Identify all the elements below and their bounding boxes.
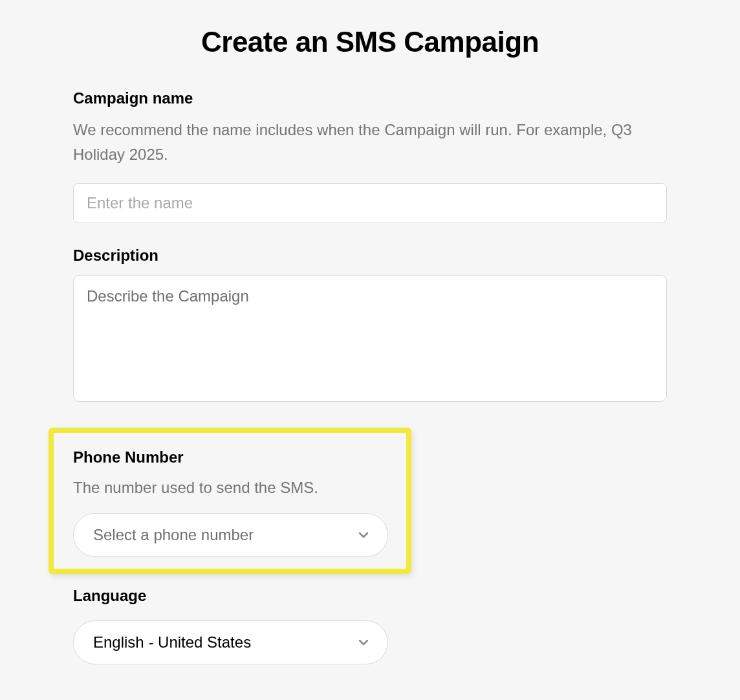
phone-number-select[interactable]: Select a phone number	[73, 513, 388, 557]
campaign-name-label: Campaign name	[73, 89, 667, 107]
phone-number-label: Phone Number	[73, 448, 387, 466]
page-title: Create an SMS Campaign	[73, 26, 667, 58]
phone-number-highlight: Phone Number The number used to send the…	[49, 428, 411, 574]
language-select-text: English - United States	[93, 633, 251, 651]
language-label: Language	[73, 587, 667, 605]
description-label: Description	[73, 246, 667, 265]
language-group: Language English - United States	[73, 587, 667, 664]
campaign-name-input[interactable]	[73, 183, 667, 223]
campaign-name-help: We recommend the name includes when the …	[73, 118, 667, 168]
phone-number-help: The number used to send the SMS.	[73, 476, 387, 500]
description-input[interactable]	[73, 275, 667, 402]
language-select[interactable]: English - United States	[73, 620, 388, 664]
campaign-name-group: Campaign name We recommend the name incl…	[73, 89, 667, 223]
phone-number-select-text: Select a phone number	[93, 526, 254, 544]
description-group: Description	[73, 246, 667, 404]
phone-number-select-wrapper: Select a phone number	[73, 513, 388, 557]
language-select-wrapper: English - United States	[73, 620, 388, 664]
